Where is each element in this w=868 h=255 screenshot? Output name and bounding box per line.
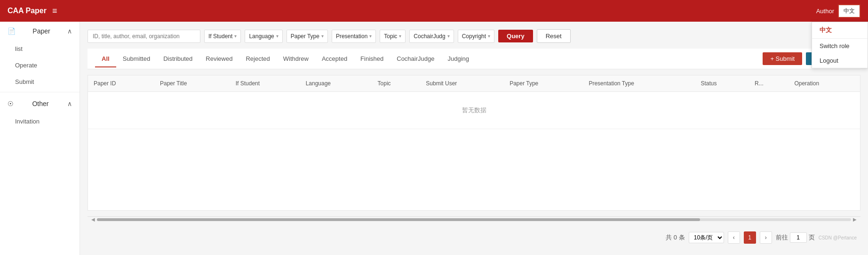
cochair-select[interactable]: CochairJudg ▾ (409, 30, 454, 43)
tab-cochairjudge[interactable]: CochairJudge (390, 50, 441, 67)
tab-submitted[interactable]: Submitted (116, 50, 157, 67)
query-button[interactable]: Query (498, 30, 533, 42)
filter-bar: If Student ▾ Language ▾ Paper Type ▾ Pre… (88, 29, 860, 43)
content-area: If Student ▾ Language ▾ Paper Type ▾ Pre… (80, 22, 868, 255)
copyright-chevron-icon: ▾ (488, 33, 490, 39)
tab-bar: All Submitted Distributed Reviewed Rejec… (88, 49, 860, 69)
col-presentation-type: Presentation Type (583, 75, 695, 92)
language-chevron-icon: ▾ (276, 33, 279, 39)
top-nav-right: Author 中文 (816, 4, 860, 18)
tab-rejected[interactable]: Rejected (239, 50, 276, 67)
presentation-chevron-icon: ▾ (369, 33, 372, 39)
col-paper-type: Paper Type (504, 75, 583, 92)
sidebar-item-operate[interactable]: Operate (0, 57, 80, 74)
paper-section-icon: 📄 (8, 27, 16, 35)
page-size-select[interactable]: 10条/页 20条/页 50条/页 (689, 232, 724, 243)
next-page-button[interactable]: › (760, 231, 772, 244)
paper-table-container: Paper ID Paper Title If Student Language… (88, 75, 860, 211)
page-label: 页 (809, 233, 815, 242)
cochair-chevron-icon: ▾ (447, 33, 450, 39)
sidebar-item-submit[interactable]: Submit (0, 74, 80, 90)
scroll-left-arrow[interactable]: ◀ (89, 217, 97, 222)
table-horizontal-scrollbar[interactable]: ◀ ▶ (88, 216, 860, 222)
pagination-goto: 前往 页 (776, 232, 815, 243)
if-student-chevron-icon: ▾ (234, 33, 237, 39)
switch-role-button[interactable]: Switch role (812, 39, 868, 53)
sidebar-item-list[interactable]: list (0, 41, 80, 57)
goto-label: 前往 (776, 233, 788, 242)
tab-accepted[interactable]: Accepted (315, 50, 354, 67)
pagination-bar: 共 0 条 10条/页 20条/页 50条/页 ‹ 1 › 前往 页 CSDN … (88, 228, 860, 247)
language-select[interactable]: Language ▾ (245, 30, 282, 43)
col-operation: Operation (788, 75, 860, 92)
submit-paper-button[interactable]: + Submit (763, 52, 802, 65)
paper-section-chevron: ∧ (67, 27, 72, 35)
sidebar-paper-header[interactable]: 📄 Paper ∧ (0, 22, 80, 41)
if-student-select[interactable]: If Student ▾ (204, 30, 241, 43)
sidebar: 📄 Paper ∧ list Operate Submit ☉ Other ∧ … (0, 22, 80, 255)
lang-toggle-button[interactable]: 中文 (838, 4, 860, 18)
other-section-chevron: ∧ (67, 100, 72, 107)
col-if-student: If Student (230, 75, 300, 92)
reset-button[interactable]: Reset (537, 29, 571, 43)
col-status: Status (695, 75, 749, 92)
chinese-lang-button[interactable]: 中文 (812, 22, 868, 39)
table-header-row: Paper ID Paper Title If Student Language… (88, 75, 860, 92)
col-paper-id: Paper ID (88, 75, 154, 92)
sidebar-other-header[interactable]: ☉ Other ∧ (0, 94, 80, 113)
goto-page-input[interactable] (790, 232, 807, 243)
presentation-select[interactable]: Presentation ▾ (332, 30, 376, 43)
sidebar-divider (0, 92, 80, 92)
tab-distributed[interactable]: Distributed (157, 50, 199, 67)
paper-table: Paper ID Paper Title If Student Language… (88, 75, 860, 129)
col-submit-user: Submit User (420, 75, 504, 92)
col-paper-title: Paper Title (154, 75, 230, 92)
tab-all[interactable]: All (95, 50, 116, 67)
copyright-select[interactable]: Copyright ▾ (458, 30, 494, 43)
current-page-button[interactable]: 1 (744, 231, 756, 244)
col-topic: Topic (372, 75, 421, 92)
watermark: CSDN @Pertance (819, 235, 860, 240)
sidebar-paper-section: 📄 Paper ∧ list Operate Submit (0, 22, 80, 90)
top-navigation: CAA Paper ≡ Author 中文 中文 Switch role Log… (0, 0, 868, 22)
no-data-text: 暂无数据 (88, 92, 860, 129)
scrollbar-thumb[interactable] (97, 218, 700, 221)
tab-reviewed[interactable]: Reviewed (199, 50, 239, 67)
col-r: R... (749, 75, 788, 92)
tab-withdrew[interactable]: Withdrew (277, 50, 315, 67)
scrollbar-track[interactable] (97, 218, 851, 221)
prev-page-button[interactable]: ‹ (728, 231, 740, 244)
sidebar-other-section: ☉ Other ∧ Invitation (0, 94, 80, 130)
logout-button[interactable]: Logout (812, 53, 868, 68)
paper-type-chevron-icon: ▾ (321, 33, 324, 39)
main-layout: 📄 Paper ∧ list Operate Submit ☉ Other ∧ … (0, 22, 868, 255)
paper-section-label: Paper (32, 27, 50, 35)
tab-finished[interactable]: Finished (354, 50, 390, 67)
search-input[interactable] (88, 30, 200, 43)
scroll-right-arrow[interactable]: ▶ (851, 217, 859, 222)
user-dropdown-menu: 中文 Switch role Logout (812, 22, 868, 68)
paper-type-select[interactable]: Paper Type ▾ (287, 30, 328, 43)
table-no-data-row: 暂无数据 (88, 92, 860, 129)
user-label: Author (816, 8, 834, 15)
total-count: 共 0 条 (666, 233, 685, 242)
sidebar-item-invitation[interactable]: Invitation (0, 113, 80, 130)
topic-select[interactable]: Topic ▾ (380, 30, 406, 43)
menu-icon[interactable]: ≡ (52, 6, 57, 16)
col-language: Language (300, 75, 372, 92)
app-title: CAA Paper (8, 7, 47, 15)
tab-judging[interactable]: Judging (441, 50, 476, 67)
topic-chevron-icon: ▾ (399, 33, 401, 39)
other-section-icon: ☉ (8, 100, 14, 107)
other-section-label: Other (32, 100, 48, 107)
